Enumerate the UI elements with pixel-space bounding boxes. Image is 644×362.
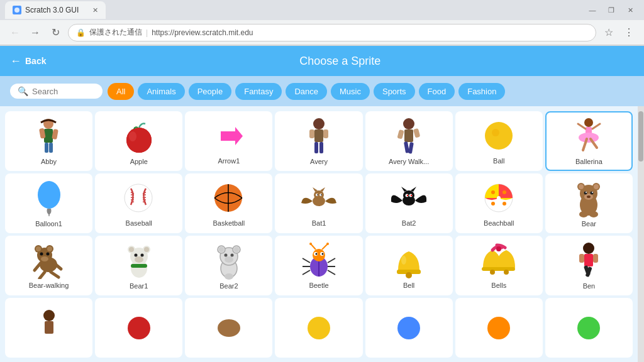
svg-point-134 bbox=[406, 272, 412, 278]
search-box[interactable]: 🔍 bbox=[10, 84, 103, 99]
svg-point-91 bbox=[46, 252, 49, 255]
sprite-label-bear: Bear bbox=[582, 220, 596, 228]
sprite-card-row4-6[interactable] bbox=[455, 298, 543, 358]
svg-rect-13 bbox=[309, 129, 314, 138]
sprite-label-beachball: Beachball bbox=[484, 219, 514, 227]
svg-point-139 bbox=[504, 270, 509, 275]
svg-point-61 bbox=[407, 194, 408, 195]
back-button[interactable]: ← Back bbox=[10, 55, 46, 68]
window-controls: — ❐ ✕ bbox=[584, 4, 639, 16]
sprite-card-avery[interactable]: Avery bbox=[275, 111, 362, 171]
browser-titlebar: Scratch 3.0 GUI ✕ — ❐ ✕ bbox=[0, 0, 644, 20]
menu-button[interactable]: ⋮ bbox=[621, 25, 636, 40]
sprite-label-bear-walking: Bear-walking bbox=[29, 282, 69, 289]
content-area: Abby Apple Arrow1 bbox=[0, 106, 644, 362]
svg-point-141 bbox=[583, 243, 594, 254]
sprite-label-bat2: Bat2 bbox=[402, 219, 416, 227]
tab-favicon bbox=[13, 6, 21, 14]
forward-button[interactable]: → bbox=[28, 25, 43, 40]
svg-point-8 bbox=[126, 128, 152, 153]
search-input[interactable] bbox=[32, 87, 95, 96]
sprite-card-bear1[interactable]: Bear1 bbox=[95, 236, 182, 295]
sprite-card-row4-3[interactable] bbox=[185, 298, 272, 358]
chip-fantasy[interactable]: Fantasy bbox=[235, 83, 282, 100]
svg-line-92 bbox=[40, 272, 45, 278]
svg-point-80 bbox=[587, 195, 591, 198]
svg-point-152 bbox=[397, 317, 420, 339]
chip-animals[interactable]: Animals bbox=[138, 83, 184, 100]
sprite-label-bells: Bells bbox=[491, 282, 506, 289]
address-url: https://preview.scratch.mit.edu bbox=[152, 28, 253, 37]
sprite-card-basketball[interactable]: Basketball bbox=[185, 173, 272, 233]
chip-sports[interactable]: Sports bbox=[374, 83, 415, 100]
sprite-card-bells[interactable]: Bells bbox=[455, 236, 543, 295]
chip-music[interactable]: Music bbox=[331, 83, 370, 100]
sprite-card-balloon1[interactable]: Balloon1 bbox=[5, 173, 92, 233]
sprite-image-ballerina bbox=[570, 118, 608, 155]
svg-rect-22 bbox=[408, 142, 414, 154]
chip-dance[interactable]: Dance bbox=[286, 83, 327, 100]
sprite-card-abby[interactable]: Abby bbox=[5, 111, 92, 171]
svg-line-93 bbox=[51, 272, 58, 277]
sprite-card-apple[interactable]: Apple bbox=[95, 111, 182, 171]
sprite-card-row4-1[interactable] bbox=[5, 298, 92, 358]
browser-tab[interactable]: Scratch 3.0 GUI ✕ bbox=[5, 1, 106, 19]
sprite-label-ball: Ball bbox=[493, 157, 504, 165]
sprite-image-row4-2 bbox=[120, 309, 158, 347]
svg-rect-6 bbox=[49, 143, 53, 153]
sprite-card-avery-walk[interactable]: Avery Walk... bbox=[365, 111, 453, 171]
sprite-image-row4-4 bbox=[300, 309, 338, 347]
address-bar[interactable]: 🔒 保護された通信 | https://preview.scratch.mit.… bbox=[68, 24, 596, 41]
svg-point-114 bbox=[230, 253, 233, 256]
sprite-card-beachball[interactable]: Beachball bbox=[455, 173, 543, 233]
chip-food[interactable]: Food bbox=[419, 83, 455, 100]
sprite-card-bat1[interactable]: Bat1 bbox=[275, 173, 362, 233]
chip-fashion[interactable]: Fashion bbox=[458, 83, 505, 100]
sprite-card-ben[interactable]: Ben bbox=[545, 236, 633, 295]
scrollbar[interactable] bbox=[638, 106, 644, 362]
sprite-card-bear2[interactable]: Bear2 bbox=[185, 236, 272, 295]
svg-point-110 bbox=[219, 247, 224, 252]
svg-point-54 bbox=[321, 194, 322, 195]
close-button[interactable]: ✕ bbox=[621, 4, 639, 16]
maximize-button[interactable]: ❐ bbox=[602, 4, 620, 16]
svg-point-149 bbox=[128, 317, 150, 339]
minimize-button[interactable]: — bbox=[584, 4, 601, 16]
sprite-card-row4-4[interactable] bbox=[275, 298, 362, 358]
address-prefix: 保護された通信 bbox=[89, 27, 142, 38]
svg-point-32 bbox=[38, 181, 60, 209]
chip-people[interactable]: People bbox=[189, 83, 231, 100]
page-title: Choose a Sprite bbox=[46, 55, 634, 68]
svg-point-0 bbox=[14, 8, 19, 13]
sprite-card-arrow1[interactable]: Arrow1 bbox=[185, 111, 272, 171]
sprite-card-ballerina[interactable]: Ballerina bbox=[545, 111, 633, 171]
bookmark-button[interactable]: ☆ bbox=[601, 25, 616, 40]
refresh-button[interactable]: ↻ bbox=[48, 25, 63, 40]
sprite-label-ben: Ben bbox=[583, 282, 596, 290]
sprite-card-bell[interactable]: Bell bbox=[365, 236, 453, 295]
sprite-card-row4-7[interactable] bbox=[545, 298, 633, 358]
sprite-label-bell: Bell bbox=[403, 282, 414, 289]
sprite-card-bear[interactable]: Bear bbox=[545, 173, 633, 233]
svg-point-77 bbox=[591, 191, 594, 194]
svg-rect-20 bbox=[413, 128, 420, 138]
chip-all[interactable]: All bbox=[108, 83, 134, 100]
svg-rect-105 bbox=[131, 264, 147, 268]
svg-point-122 bbox=[322, 253, 324, 255]
svg-line-127 bbox=[303, 258, 310, 263]
sprite-image-ball bbox=[480, 118, 518, 155]
sprite-image-beetle bbox=[300, 242, 338, 279]
sprite-image-bear bbox=[570, 180, 608, 217]
sprite-card-bear-walking[interactable]: Bear-walking bbox=[5, 236, 92, 295]
sprite-card-ball[interactable]: Ball bbox=[455, 111, 543, 171]
sprite-card-baseball[interactable]: Baseball bbox=[95, 173, 182, 233]
svg-line-130 bbox=[328, 258, 335, 263]
back-button[interactable]: ← bbox=[8, 25, 23, 40]
tab-close-button[interactable]: ✕ bbox=[92, 6, 98, 14]
sprite-card-beetle[interactable]: Beetle bbox=[275, 236, 362, 295]
svg-line-132 bbox=[328, 270, 335, 275]
sprite-card-bat2[interactable]: Bat2 bbox=[365, 173, 453, 233]
sprite-card-row4-2[interactable] bbox=[95, 298, 182, 358]
svg-point-103 bbox=[134, 253, 137, 256]
sprite-card-row4-5[interactable] bbox=[365, 298, 453, 358]
